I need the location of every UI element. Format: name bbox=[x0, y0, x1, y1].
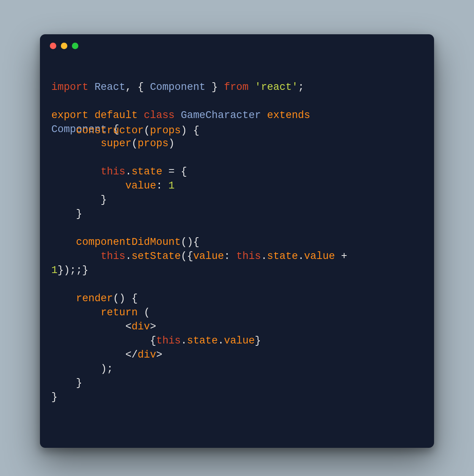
code-token: } bbox=[51, 194, 107, 206]
code-token: default bbox=[94, 110, 137, 121]
close-icon[interactable] bbox=[50, 43, 56, 49]
code-token: . bbox=[261, 251, 267, 262]
code-token: extends bbox=[267, 110, 310, 121]
code-token: . bbox=[298, 251, 304, 262]
code-token: < bbox=[51, 321, 132, 332]
code-token: import bbox=[51, 81, 88, 93]
code-token bbox=[261, 110, 267, 121]
code-token: } bbox=[255, 335, 261, 347]
minimize-icon[interactable] bbox=[61, 43, 67, 49]
code-token: this bbox=[101, 251, 126, 262]
code-token: componentDidMount bbox=[76, 236, 181, 248]
code-token: 1 bbox=[51, 265, 57, 276]
code-token: from bbox=[224, 81, 249, 93]
code-token bbox=[51, 307, 101, 318]
code-token: export bbox=[51, 110, 88, 121]
code-token: } bbox=[51, 377, 82, 389]
code-token: value bbox=[193, 251, 224, 262]
code-token: : bbox=[156, 180, 168, 192]
code-token: React bbox=[88, 81, 125, 93]
code-token: state bbox=[267, 251, 298, 262]
code-token: > bbox=[150, 321, 156, 332]
code-token bbox=[51, 166, 101, 177]
code-token: value bbox=[304, 251, 335, 262]
code-token: , { bbox=[125, 81, 150, 93]
code-token bbox=[138, 110, 144, 121]
code-token: } bbox=[51, 391, 57, 403]
code-token: = { bbox=[162, 166, 187, 177]
code-token: . bbox=[125, 166, 131, 177]
code-token: setState bbox=[132, 251, 181, 262]
code-token bbox=[51, 125, 76, 136]
code-token: </ bbox=[51, 349, 138, 361]
window-titlebar bbox=[40, 34, 434, 57]
code-token: ({ bbox=[181, 251, 193, 262]
code-token: ); bbox=[51, 363, 113, 375]
code-token bbox=[51, 251, 101, 262]
code-token: props bbox=[150, 125, 181, 136]
code-token: ( bbox=[138, 307, 150, 318]
code-token: (){ bbox=[181, 236, 199, 248]
code-token: value bbox=[224, 335, 255, 347]
code-block: import React, { Component } from 'react'… bbox=[40, 57, 434, 433]
code-token: state bbox=[187, 335, 218, 347]
code-token: 1 bbox=[169, 180, 175, 192]
code-token: ) { bbox=[181, 125, 199, 136]
code-token: constructor bbox=[76, 125, 144, 136]
code-token: ( bbox=[144, 125, 150, 136]
code-token: . bbox=[181, 335, 187, 347]
code-token: . bbox=[218, 335, 224, 347]
code-token: ( bbox=[132, 138, 138, 149]
code-token: props bbox=[138, 138, 169, 149]
code-token bbox=[51, 293, 76, 304]
code-token: return bbox=[101, 307, 138, 318]
code-token bbox=[175, 110, 181, 121]
code-token: . bbox=[125, 251, 131, 262]
code-token: class bbox=[144, 110, 175, 121]
code-token: + bbox=[335, 251, 353, 262]
code-token bbox=[51, 180, 125, 192]
code-window: import React, { Component } from 'react'… bbox=[40, 34, 434, 448]
code-token: () { bbox=[113, 293, 138, 304]
code-token: { bbox=[51, 335, 156, 347]
code-token bbox=[51, 236, 76, 248]
code-token: Component bbox=[150, 81, 205, 93]
code-token: > bbox=[156, 349, 162, 361]
code-token: ; bbox=[298, 81, 304, 93]
code-token: this bbox=[101, 166, 126, 177]
code-token: this bbox=[156, 335, 181, 347]
code-token: div bbox=[138, 349, 156, 361]
maximize-icon[interactable] bbox=[72, 43, 78, 49]
code-token: } bbox=[51, 208, 82, 220]
code-token: super bbox=[101, 138, 132, 149]
code-token: state bbox=[132, 166, 162, 177]
code-token: });;} bbox=[57, 265, 88, 276]
code-token bbox=[249, 81, 255, 93]
code-token: value bbox=[125, 180, 156, 192]
code-token bbox=[51, 138, 101, 149]
code-token: 'react' bbox=[255, 81, 298, 93]
code-token bbox=[310, 110, 317, 121]
code-token: this bbox=[236, 251, 261, 262]
code-token: div bbox=[132, 321, 150, 332]
code-token: GameCharacter bbox=[181, 110, 261, 121]
code-token: ) bbox=[169, 138, 175, 149]
overlapped-code-line: constructor(props) { bbox=[51, 124, 199, 138]
code-token bbox=[88, 110, 94, 121]
code-token: render bbox=[76, 293, 113, 304]
code-token: : bbox=[224, 251, 236, 262]
code-token: } bbox=[205, 81, 224, 93]
